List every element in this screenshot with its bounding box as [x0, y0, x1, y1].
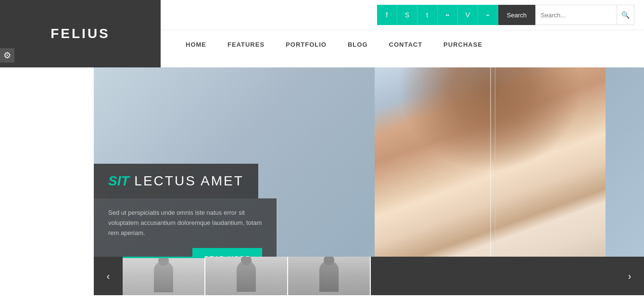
nav-blog[interactable]: BLOG [337, 30, 379, 59]
slide-description: Sed ut perspiciatis unde omnis iste natu… [94, 198, 277, 257]
nav-purchase[interactable]: PURCHASE [433, 30, 493, 59]
read-more-button[interactable]: READ MORE [192, 248, 262, 257]
slide-title-italic: SIT [108, 173, 129, 188]
nav-features[interactable]: FEATURES [217, 30, 275, 59]
header: FELIUS f S t •• V ⌁ Search 🔍 HOME FE [0, 0, 644, 67]
thumbnail-1[interactable] [123, 257, 205, 295]
logo-text: FELIUS [51, 26, 110, 41]
thumbnail-dark-right [371, 257, 615, 295]
search-input[interactable] [535, 5, 617, 25]
main-nav: HOME FEATURES PORTFOLIO BLOG CONTACT PUR… [161, 30, 644, 59]
search-input-wrap: 🔍 [535, 5, 634, 25]
prev-button[interactable]: ‹ [94, 257, 123, 295]
search-button[interactable]: Search [498, 5, 535, 25]
gear-icon: ⚙ [3, 50, 11, 61]
slider-container: SIT LECTUS AMET Sed ut perspiciatis unde… [94, 67, 644, 257]
main-slider-section: SIT LECTUS AMET Sed ut perspiciatis unde… [94, 67, 644, 295]
thumbnails-row [123, 257, 371, 295]
nav-home[interactable]: HOME [175, 30, 217, 59]
flickr-icon[interactable]: •• [438, 5, 458, 25]
search-submit-icon[interactable]: 🔍 [617, 5, 634, 25]
slide-text-overlay: SIT LECTUS AMET Sed ut perspiciatis unde… [94, 164, 277, 257]
skype-icon[interactable]: S [397, 5, 417, 25]
next-button[interactable]: › [615, 257, 644, 295]
nav-contact[interactable]: CONTACT [379, 30, 433, 59]
logo-block: FELIUS [0, 0, 161, 67]
slide-title: SIT LECTUS AMET [94, 164, 258, 198]
thumbnail-strip: ‹ [94, 257, 644, 295]
nav-portfolio[interactable]: PORTFOLIO [275, 30, 337, 59]
hero-image [375, 67, 606, 257]
thumbnail-2[interactable] [205, 257, 288, 295]
rss-icon[interactable]: ⌁ [478, 5, 498, 25]
vimeo-icon[interactable]: V [458, 5, 478, 25]
social-icons: f S t •• V ⌁ [377, 5, 498, 25]
gear-panel[interactable]: ⚙ [0, 48, 14, 63]
slide-title-rest: LECTUS AMET [129, 173, 244, 188]
thumbnail-3[interactable] [288, 257, 371, 295]
header-right: f S t •• V ⌁ Search 🔍 HOME FEATURES PORT… [161, 0, 644, 67]
facebook-icon[interactable]: f [377, 5, 397, 25]
twitter-icon[interactable]: t [417, 5, 438, 25]
top-bar: f S t •• V ⌁ Search 🔍 [161, 0, 644, 30]
